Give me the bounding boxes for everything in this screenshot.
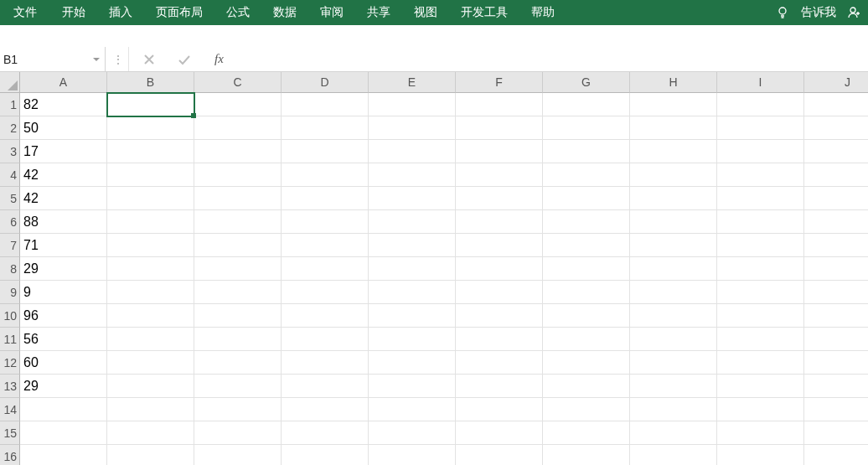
cell-D16[interactable] [282,445,369,465]
cell-B3[interactable] [107,140,194,163]
cell-F6[interactable] [456,210,543,234]
cell-G6[interactable] [543,210,630,234]
cell-J7[interactable] [804,234,868,257]
cell-D6[interactable] [282,210,369,234]
cell-G12[interactable] [543,351,630,375]
cell-E16[interactable] [369,445,456,465]
cell-H15[interactable] [630,421,717,445]
col-header-F[interactable]: F [456,72,543,93]
row-header-5[interactable]: 5 [0,187,20,210]
cell-B12[interactable] [107,351,194,375]
cell-D3[interactable] [282,140,369,163]
cell-I5[interactable] [717,187,804,210]
cell-B1[interactable] [107,93,194,116]
cell-J12[interactable] [804,351,868,375]
row-header-6[interactable]: 6 [0,210,20,234]
formula-input[interactable] [242,47,868,71]
row-header-3[interactable]: 3 [0,140,20,163]
row-header-9[interactable]: 9 [0,281,20,304]
cell-B2[interactable] [107,116,194,140]
cell-F3[interactable] [456,140,543,163]
cell-A2[interactable]: 50 [20,116,107,140]
ribbon-tab-4[interactable]: 公式 [214,0,261,25]
cell-A7[interactable]: 71 [20,234,107,257]
share-user-icon[interactable] [848,6,861,19]
cell-E4[interactable] [369,163,456,187]
cell-E1[interactable] [369,93,456,116]
cell-I16[interactable] [717,445,804,465]
cell-C13[interactable] [194,375,282,398]
cell-A10[interactable]: 96 [20,304,107,328]
ribbon-tab-10[interactable]: 帮助 [519,0,566,25]
cell-D2[interactable] [282,116,369,140]
cell-A3[interactable]: 17 [20,140,107,163]
cell-C16[interactable] [194,445,282,465]
cell-A12[interactable]: 60 [20,351,107,375]
cell-G7[interactable] [543,234,630,257]
cell-E8[interactable] [369,257,456,281]
cell-H5[interactable] [630,187,717,210]
cell-G14[interactable] [543,398,630,421]
cell-J4[interactable] [804,163,868,187]
ribbon-tab-1[interactable]: 开始 [50,0,97,25]
cell-H13[interactable] [630,375,717,398]
cell-B6[interactable] [107,210,194,234]
cell-F11[interactable] [456,328,543,351]
cell-B10[interactable] [107,304,194,328]
cell-B4[interactable] [107,163,194,187]
cell-C12[interactable] [194,351,282,375]
cell-C2[interactable] [194,116,282,140]
enter-icon[interactable] [178,53,191,66]
row-header-4[interactable]: 4 [0,163,20,187]
cell-I9[interactable] [717,281,804,304]
cell-J9[interactable] [804,281,868,304]
cell-F1[interactable] [456,93,543,116]
cell-E15[interactable] [369,421,456,445]
cell-B8[interactable] [107,257,194,281]
ribbon-tab-8[interactable]: 视图 [402,0,449,25]
row-header-8[interactable]: 8 [0,257,20,281]
col-header-D[interactable]: D [282,72,369,93]
cell-D1[interactable] [282,93,369,116]
col-header-B[interactable]: B [107,72,194,93]
cell-G11[interactable] [543,328,630,351]
cell-C5[interactable] [194,187,282,210]
cell-G8[interactable] [543,257,630,281]
cell-A6[interactable]: 88 [20,210,107,234]
cell-C9[interactable] [194,281,282,304]
cell-C7[interactable] [194,234,282,257]
cell-J6[interactable] [804,210,868,234]
cell-D12[interactable] [282,351,369,375]
cell-G10[interactable] [543,304,630,328]
cell-J5[interactable] [804,187,868,210]
cell-D9[interactable] [282,281,369,304]
row-header-11[interactable]: 11 [0,328,20,351]
cell-J11[interactable] [804,328,868,351]
cell-G3[interactable] [543,140,630,163]
cell-E5[interactable] [369,187,456,210]
cell-E12[interactable] [369,351,456,375]
cell-C6[interactable] [194,210,282,234]
row-header-2[interactable]: 2 [0,116,20,140]
cell-H6[interactable] [630,210,717,234]
cell-H9[interactable] [630,281,717,304]
cell-G2[interactable] [543,116,630,140]
cell-J14[interactable] [804,398,868,421]
cell-F2[interactable] [456,116,543,140]
cell-B11[interactable] [107,328,194,351]
cell-G1[interactable] [543,93,630,116]
cell-A11[interactable]: 56 [20,328,107,351]
cell-B7[interactable] [107,234,194,257]
cell-F10[interactable] [456,304,543,328]
cell-I3[interactable] [717,140,804,163]
cell-E14[interactable] [369,398,456,421]
col-header-C[interactable]: C [194,72,282,93]
cancel-icon[interactable] [142,53,156,66]
cell-H16[interactable] [630,445,717,465]
cell-J2[interactable] [804,116,868,140]
cell-I15[interactable] [717,421,804,445]
cell-A8[interactable]: 29 [20,257,107,281]
cell-D5[interactable] [282,187,369,210]
ribbon-tab-5[interactable]: 数据 [261,0,308,25]
cell-E10[interactable] [369,304,456,328]
